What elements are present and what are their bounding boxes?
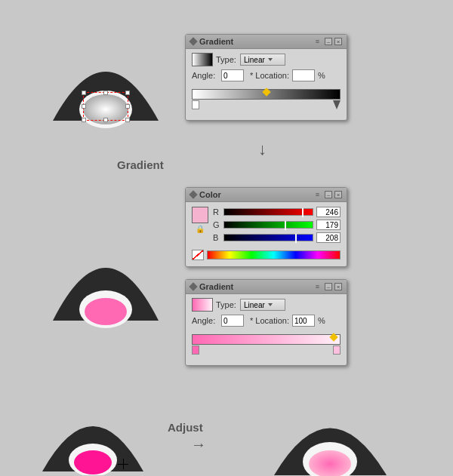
gradient-panel-bottom-titlebar: Gradient ≡ – × <box>186 280 347 294</box>
gradient-swatch-top <box>192 53 213 66</box>
gradient-bar-area-bottom <box>192 334 341 357</box>
options-dots-color: ≡ <box>316 191 320 198</box>
gradient-panel-top-controls: – × <box>325 38 342 45</box>
dropdown-arrow-bottom <box>268 303 273 306</box>
angle-input-bottom[interactable] <box>221 315 244 327</box>
location-input-bottom[interactable] <box>292 315 315 327</box>
selection-box-top <box>83 92 128 121</box>
location-label-bottom: * Location: <box>250 316 289 325</box>
stopper-right-bottom[interactable] <box>333 345 341 355</box>
g-input[interactable] <box>316 220 341 230</box>
diamond-icon-color <box>189 190 197 198</box>
percent-label-top: % <box>318 71 325 80</box>
r-input[interactable] <box>316 207 341 217</box>
angle-label-bottom: Angle: <box>192 316 218 325</box>
gradient-track-bottom <box>192 334 341 345</box>
color-panel-minimize[interactable]: – <box>325 191 332 198</box>
none-swatch <box>192 250 204 260</box>
b-slider[interactable] <box>223 234 313 241</box>
color-panel-title: Color <box>190 190 221 199</box>
svg-point-5 <box>74 450 112 474</box>
gradient-stoppers-top <box>192 100 341 109</box>
b-label: B <box>213 233 220 242</box>
location-input-top[interactable] <box>292 69 315 81</box>
dropdown-arrow-top <box>268 58 273 61</box>
type-dropdown-bottom[interactable]: Linear <box>240 299 285 311</box>
gradient-panel-top-titlebar: Gradient ≡ – × <box>186 35 347 49</box>
crosshair <box>118 459 128 469</box>
gradient-swatch-bottom <box>192 298 213 312</box>
mouth-shape-bottom-left <box>36 392 149 476</box>
percent-label-bottom: % <box>318 316 325 325</box>
diamond-icon-top <box>189 37 197 45</box>
stopper-left-bottom[interactable] <box>192 345 199 355</box>
options-dots-top: ≡ <box>316 38 320 45</box>
gradient-panel-top-close[interactable]: × <box>334 38 342 45</box>
color-panel: Color ≡ – × 🔒 R <box>185 187 347 267</box>
type-label-bottom: Type: <box>216 300 237 309</box>
gradient-panel-bottom: Gradient ≡ – × Type: Linear Angle: * Loc… <box>185 279 347 366</box>
options-dots-bottom: ≡ <box>316 283 320 290</box>
gradient-panel-bottom-title: Gradient <box>190 282 233 291</box>
gradient-stoppers-bottom <box>192 345 341 355</box>
g-slider[interactable] <box>223 221 313 229</box>
mouth-shape-top <box>45 38 166 130</box>
svg-point-3 <box>85 298 127 325</box>
angle-label-top: Angle: <box>192 71 218 80</box>
b-input[interactable] <box>316 232 341 243</box>
adjust-label: Adjust <box>168 421 203 434</box>
gradient-panel-top-title: Gradient <box>190 37 233 46</box>
arrow-down: ↓ <box>258 140 267 159</box>
color-panel-controls: – × <box>325 191 342 198</box>
gradient-section-label: Gradient <box>117 158 164 171</box>
gradient-panel-bottom-minimize[interactable]: – <box>325 283 332 290</box>
type-label-top: Type: <box>216 55 237 64</box>
mouth-shape-middle <box>45 230 166 330</box>
gradient-panel-top-minimize[interactable]: – <box>325 38 332 45</box>
mouth-shape-bottom-right <box>268 392 393 476</box>
color-lock-icon: 🔒 <box>196 225 205 233</box>
stopper-right-top[interactable] <box>333 100 341 109</box>
color-panel-close[interactable]: × <box>334 191 342 198</box>
type-dropdown-top[interactable]: Linear <box>240 54 285 66</box>
r-slider[interactable] <box>223 208 313 216</box>
color-panel-titlebar: Color ≡ – × <box>186 188 347 202</box>
gradient-bar-area-top <box>192 89 341 112</box>
gradient-panel-bottom-controls: – × <box>325 283 342 290</box>
angle-input-top[interactable] <box>221 69 244 81</box>
location-label-top: * Location: <box>250 71 289 80</box>
arrow-right: → <box>191 436 206 453</box>
gradient-panel-top: Gradient ≡ – × Type: Linear Angle: * Loc… <box>185 34 347 121</box>
color-preview-swatch <box>192 207 208 223</box>
r-label: R <box>213 207 220 217</box>
g-label: G <box>213 220 220 229</box>
color-spectrum[interactable] <box>207 250 341 259</box>
gradient-panel-bottom-close[interactable]: × <box>334 283 342 290</box>
diamond-icon-bottom <box>189 282 197 290</box>
stopper-left-top[interactable] <box>192 100 199 109</box>
